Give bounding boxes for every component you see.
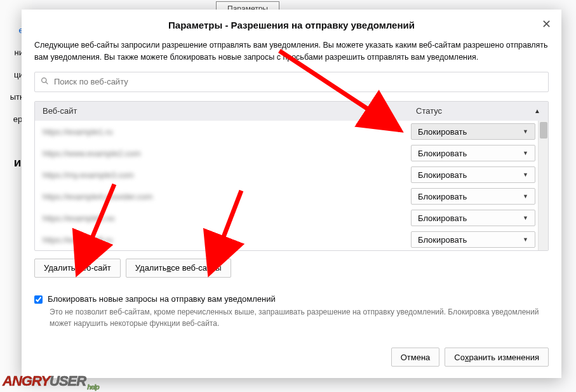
cancel-button[interactable]: Отмена [391,348,440,367]
column-header-site[interactable]: Веб-сайт [35,106,408,116]
remove-all-sites-button[interactable]: Удалить все веб-сайты [126,259,231,278]
chevron-down-icon: ▼ [523,193,528,199]
status-select[interactable]: Блокировать▼ [411,231,535,248]
close-icon[interactable]: ✕ [540,18,553,31]
table-row[interactable]: https://my.example3.com Блокировать▼ [35,164,538,186]
search-input[interactable] [54,77,542,86]
status-select[interactable]: Блокировать▼ [411,166,535,183]
chevron-down-icon: ▼ [523,172,528,178]
chevron-down-icon: ▼ [523,150,528,156]
table-row[interactable]: https://example4.provider.com Блокироват… [35,186,538,207]
remove-site-button[interactable]: Удалить веб-сайт [34,259,121,278]
table-row[interactable]: https://example6.ru Блокировать▼ [35,229,538,250]
block-new-requests-hint: Это не позволит веб-сайтам, кроме перечи… [50,306,549,329]
status-select[interactable]: Блокировать▼ [411,210,535,226]
column-header-status[interactable]: Статус ▲ [408,106,548,116]
scrollbar-thumb[interactable] [540,122,547,139]
svg-point-0 [42,78,46,82]
watermark: ANGRYUSERhelp [3,373,99,389]
table-row[interactable]: https://example5.no Блокировать▼ [35,207,538,229]
block-new-requests-label[interactable]: Блокировать новые запросы на отправку ва… [48,294,276,304]
search-input-wrap [34,72,549,92]
search-icon [41,77,49,87]
status-select[interactable]: Блокировать▼ [411,188,535,205]
dialog-title: Параметры - Разрешения на отправку уведо… [168,20,415,30]
chevron-down-icon: ▼ [523,128,528,135]
table-row[interactable]: https://example1.ru Блокировать▼ [35,121,538,142]
svg-line-1 [46,82,48,84]
block-new-requests-checkbox[interactable] [34,295,43,304]
chevron-down-icon: ▼ [523,215,528,221]
table-row[interactable]: https://www.example2.com Блокировать▼ [35,142,538,164]
dialog-description: Следующие веб-сайты запросили разрешение… [34,39,549,64]
chevron-down-icon: ▼ [523,236,528,243]
save-button[interactable]: Сохранить изменения [445,348,549,367]
status-select[interactable]: Блокировать▼ [411,123,535,140]
permissions-table: Веб-сайт Статус ▲ https://example1.ru Бл… [34,101,549,251]
status-select[interactable]: Блокировать▼ [411,145,535,161]
sort-arrow-icon: ▲ [534,107,540,114]
notification-permissions-dialog: Параметры - Разрешения на отправку уведо… [22,10,561,378]
scrollbar[interactable] [538,121,548,250]
